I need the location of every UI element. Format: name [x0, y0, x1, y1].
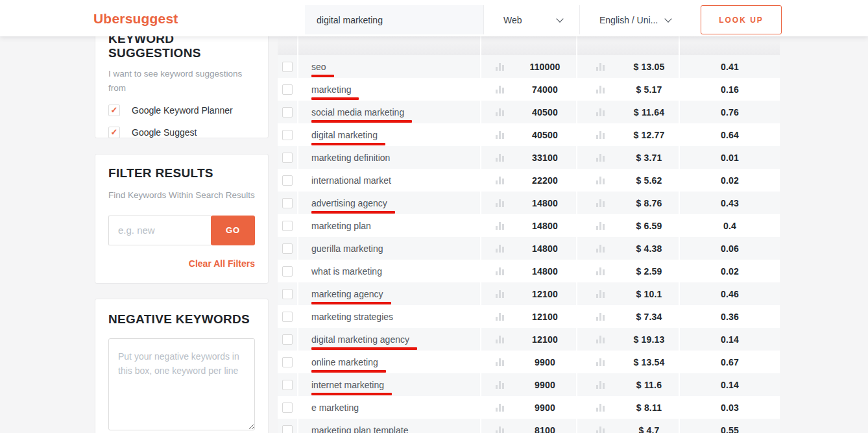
checkbox-checked[interactable]: ✓	[108, 127, 120, 138]
bar-chart-icon[interactable]	[496, 334, 505, 344]
bar-chart-icon[interactable]	[496, 312, 505, 321]
checkbox-cell	[278, 328, 297, 351]
bar-chart-icon[interactable]	[596, 153, 605, 162]
keyword-link[interactable]: marketing strategies	[311, 312, 393, 322]
bar-chart-icon[interactable]	[496, 289, 505, 299]
keyword-link[interactable]: marketing definition	[311, 153, 390, 163]
bar-chart-icon[interactable]	[496, 130, 505, 140]
keyword-link[interactable]: advertising agency	[311, 198, 387, 208]
keyword-search-input[interactable]	[305, 5, 483, 34]
keyword-link[interactable]: digital marketing agency	[311, 334, 409, 345]
checkbox-checked[interactable]: ✓	[108, 105, 120, 116]
competition-cell: 0.03	[679, 396, 780, 419]
clear-all-filters-link[interactable]: Clear All Filters	[108, 258, 255, 269]
bar-chart-icon[interactable]	[596, 198, 605, 208]
bar-chart-icon[interactable]	[596, 266, 605, 276]
bar-chart-icon[interactable]	[596, 289, 605, 299]
volume-value: 9900	[514, 402, 576, 413]
row-checkbox[interactable]	[282, 334, 293, 345]
negative-keywords-panel: NEGATIVE KEYWORDS	[95, 299, 269, 433]
competition-cell: 0.4	[679, 214, 780, 237]
keyword-link[interactable]: e marketing	[311, 402, 359, 413]
app-logo[interactable]: Ubersuggest	[93, 11, 178, 27]
go-button[interactable]: GO	[211, 216, 255, 245]
keyword-link[interactable]: what is marketing	[311, 266, 382, 277]
bar-chart-icon[interactable]	[596, 107, 605, 117]
bar-chart-icon[interactable]	[596, 312, 605, 321]
negative-keywords-textarea[interactable]	[108, 338, 255, 430]
language-select[interactable]: English / Uni...	[579, 5, 688, 34]
row-checkbox[interactable]	[282, 243, 293, 254]
bar-chart-icon[interactable]	[596, 402, 605, 412]
bar-chart-icon[interactable]	[496, 198, 505, 208]
keyword-link[interactable]: marketing plan	[311, 221, 371, 231]
row-checkbox[interactable]	[282, 402, 293, 413]
bar-chart-icon[interactable]	[496, 380, 505, 390]
bar-chart-icon[interactable]	[496, 107, 505, 117]
bar-chart-icon[interactable]	[496, 425, 505, 433]
bar-chart-icon[interactable]	[496, 153, 505, 162]
bar-chart-icon[interactable]	[496, 221, 505, 230]
row-checkbox[interactable]	[282, 198, 293, 208]
row-checkbox[interactable]	[282, 425, 293, 433]
cpc-cell: $ 5.17	[576, 78, 679, 101]
row-checkbox[interactable]	[282, 266, 293, 277]
bar-chart-icon[interactable]	[496, 84, 505, 94]
row-checkbox[interactable]	[282, 62, 293, 72]
competition-cell: 0.41	[679, 55, 780, 78]
row-checkbox[interactable]	[282, 84, 293, 95]
checkbox-cell	[278, 55, 297, 78]
bar-chart-icon[interactable]	[596, 175, 605, 185]
search-type-select[interactable]: Web	[483, 5, 579, 34]
row-checkbox[interactable]	[282, 175, 293, 186]
table-body: seo 110000 $ 13.05 0.41 marketing	[278, 55, 780, 433]
keyword-link[interactable]: social media marketing	[311, 107, 404, 118]
cpc-value: $ 4.38	[620, 243, 679, 254]
bar-chart-icon[interactable]	[496, 175, 505, 185]
bar-chart-icon[interactable]	[496, 357, 505, 367]
bar-chart-icon[interactable]	[596, 62, 605, 71]
bar-chart-icon[interactable]	[596, 380, 605, 390]
keyword-link[interactable]: digital marketing	[311, 130, 378, 140]
keyword-link[interactable]: internet marketing	[311, 380, 384, 390]
keyword-link[interactable]: marketing plan template	[311, 425, 408, 433]
cpc-cell: $ 11.64	[576, 101, 679, 123]
bar-chart-icon[interactable]	[596, 334, 605, 344]
row-checkbox[interactable]	[282, 289, 293, 299]
competition-value: 0.16	[721, 84, 739, 95]
row-checkbox[interactable]	[282, 357, 293, 367]
checkbox-cell	[278, 260, 297, 282]
bar-chart-icon[interactable]	[596, 221, 605, 230]
competition-cell: 0.76	[679, 101, 780, 123]
bar-chart-icon[interactable]	[596, 84, 605, 94]
row-checkbox[interactable]	[282, 130, 293, 140]
bar-chart-icon[interactable]	[596, 130, 605, 140]
bar-chart-icon[interactable]	[596, 357, 605, 367]
keyword-link[interactable]: marketing	[311, 84, 351, 95]
bar-chart-icon[interactable]	[496, 402, 505, 412]
row-checkbox[interactable]	[282, 221, 293, 231]
look-up-button[interactable]: LOOK UP	[701, 5, 782, 34]
bar-chart-icon[interactable]	[596, 243, 605, 253]
source-option-google-keyword-planner[interactable]: ✓ Google Keyword Planner	[108, 105, 255, 116]
keyword-link[interactable]: international market	[311, 175, 391, 186]
keyword-link[interactable]: online marketing	[311, 357, 378, 367]
filter-keyword-input[interactable]	[108, 216, 211, 245]
bar-chart-icon[interactable]	[496, 243, 505, 253]
volume-value: 12100	[514, 334, 576, 345]
keyword-link[interactable]: guerilla marketing	[311, 243, 383, 254]
bar-chart-icon[interactable]	[496, 62, 505, 71]
keyword-link[interactable]: marketing agency	[311, 289, 383, 299]
row-checkbox[interactable]	[282, 153, 293, 163]
volume-value: 22200	[514, 175, 576, 186]
keyword-link[interactable]: seo	[311, 62, 326, 72]
bar-chart-icon[interactable]	[496, 266, 505, 276]
competition-value: 0.02	[721, 266, 739, 277]
cpc-value: $ 8.76	[620, 198, 679, 208]
source-option-google-suggest[interactable]: ✓ Google Suggest	[108, 127, 255, 138]
row-checkbox[interactable]	[282, 380, 293, 390]
volume-value: 8100	[514, 425, 576, 433]
bar-chart-icon[interactable]	[596, 425, 605, 433]
row-checkbox[interactable]	[282, 107, 293, 118]
row-checkbox[interactable]	[282, 312, 293, 322]
